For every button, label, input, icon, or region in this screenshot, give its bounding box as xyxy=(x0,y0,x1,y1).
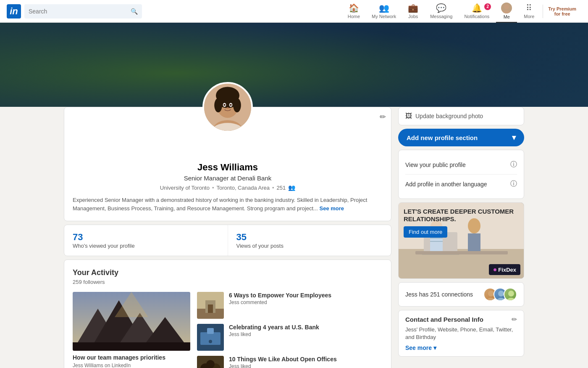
side-post-1-action: Jess commented xyxy=(229,299,331,305)
nav-item-notifications-label: Notifications xyxy=(464,14,489,19)
nav-item-messaging[interactable]: 💬 Messaging xyxy=(425,0,457,23)
ad-image: ● FixDex LET'S CREATE DEEPER CUSTOMER RE… xyxy=(399,203,524,278)
search-bar[interactable]: 🔍 xyxy=(24,4,142,19)
cover-photo xyxy=(0,23,588,107)
post-views-label: Views of your posts xyxy=(236,243,383,249)
connections-icon: 👥 xyxy=(288,184,295,191)
profile-meta: University of Toronto • Toronto, Canada … xyxy=(64,184,391,191)
notifications-icon: 🔔 xyxy=(472,3,482,13)
profile-edit-button[interactable]: ✏ xyxy=(380,112,386,122)
side-post-2-image xyxy=(197,324,224,351)
update-background-button[interactable]: 🖼 Update background photo xyxy=(398,107,524,125)
side-post-2[interactable]: Celebrating 4 years at U.S. Bank Jess li… xyxy=(197,324,383,351)
svg-rect-20 xyxy=(73,342,190,351)
connections-text: Jess has 251 connections xyxy=(405,291,473,298)
nav-item-me[interactable]: Me xyxy=(496,0,517,23)
side-post-1[interactable]: 6 Ways to Empower Your Employees Jess co… xyxy=(197,292,383,319)
activity-title: Your Activity xyxy=(73,268,383,277)
see-more-label: See more xyxy=(405,344,432,351)
nav-item-home[interactable]: 🏠 Home xyxy=(343,0,365,23)
contact-card: Contact and Personal Info ✏ Jess' Profil… xyxy=(398,310,524,357)
add-section-button[interactable]: Add new profile section ▾ xyxy=(398,129,524,146)
connections-card[interactable]: Jess has 251 connections xyxy=(398,282,524,307)
page-wrapper: ✏ Jess Williams Senior Manager at Denali… xyxy=(0,23,588,368)
ad-find-out-button[interactable]: Find out more xyxy=(404,226,447,238)
side-post-1-title: 6 Ways to Empower Your Employees xyxy=(229,292,331,299)
profile-avatar xyxy=(202,82,253,132)
profile-views-number: 73 xyxy=(73,232,219,243)
contact-edit-button[interactable]: ✏ xyxy=(512,315,517,323)
activity-posts: How our team manages priorities Jess Wil… xyxy=(73,292,383,368)
connection-avatar-3 xyxy=(504,288,517,301)
side-post-3-image xyxy=(197,356,224,368)
profile-card: ✏ Jess Williams Senior Manager at Denali… xyxy=(64,107,391,221)
ad-card: ● FixDex LET'S CREATE DEEPER CUSTOMER RE… xyxy=(398,202,524,279)
linkedin-logo[interactable]: in xyxy=(7,4,21,19)
svg-point-13 xyxy=(230,104,232,106)
nav-item-jobs[interactable]: 💼 Jobs xyxy=(403,0,423,23)
nav-item-notifications[interactable]: 🔔 2 Notifications xyxy=(459,0,494,23)
side-post-3-info: 10 Things We Like About Open Offices Jes… xyxy=(229,356,337,368)
navigation: in 🔍 🏠 Home 👥 My Network 💼 Jobs 💬 Messag… xyxy=(0,0,588,23)
svg-rect-43 xyxy=(415,251,508,254)
notifications-badge: 2 xyxy=(484,3,491,10)
add-language-label: Add profile in another language xyxy=(405,181,487,188)
avatar xyxy=(501,3,512,13)
profile-links-card: View your public profile ⓘ Add profile i… xyxy=(398,150,524,199)
svg-point-14 xyxy=(226,107,229,109)
home-icon: 🏠 xyxy=(349,3,359,13)
connections-avatars xyxy=(483,288,517,301)
profile-location: Toronto, Canada Area xyxy=(217,185,270,191)
featured-post[interactable]: How our team manages priorities Jess Wil… xyxy=(73,292,190,368)
cover-overlay xyxy=(0,23,588,107)
nav-item-more[interactable]: ⠿ More xyxy=(519,0,539,23)
help-icon-1: ⓘ xyxy=(510,160,517,169)
add-language-link[interactable]: Add profile in another language ⓘ xyxy=(405,174,517,193)
stat-profile-views[interactable]: 73 Who's viewed your profile xyxy=(64,225,228,256)
ad-logo: ● FixDex xyxy=(489,264,520,275)
nav-item-jobs-label: Jobs xyxy=(408,14,418,19)
activity-followers: 259 followers xyxy=(73,279,383,285)
see-more-section[interactable]: See more ▾ xyxy=(405,344,517,351)
camera-icon: 🖼 xyxy=(405,112,412,120)
grid-icon: ⠿ xyxy=(526,3,532,13)
contact-desc: Jess' Profile, Website, Phone, Email, Tw… xyxy=(405,326,517,341)
side-post-3[interactable]: 10 Things We Like About Open Offices Jes… xyxy=(197,356,383,368)
stat-post-views[interactable]: 35 Views of your posts xyxy=(228,225,391,256)
profile-views-label: Who's viewed your profile xyxy=(73,243,219,249)
profile-avatar-container xyxy=(202,82,253,132)
svg-point-12 xyxy=(223,104,226,106)
nav-items: 🏠 Home 👥 My Network 💼 Jobs 💬 Messaging 🔔… xyxy=(343,0,581,23)
svg-point-46 xyxy=(498,291,504,297)
svg-point-0 xyxy=(504,4,509,9)
chevron-down-icon-2: ▾ xyxy=(433,344,436,351)
contact-header: Contact and Personal Info ✏ xyxy=(405,315,517,323)
view-public-profile-label: View your public profile xyxy=(405,161,466,168)
profile-university: University of Toronto xyxy=(160,185,210,191)
side-post-3-title: 10 Things We Like About Open Offices xyxy=(229,356,337,363)
bio-see-more-link[interactable]: See more xyxy=(320,205,344,212)
ad-logo-dot: ● xyxy=(493,266,497,273)
view-public-profile-link[interactable]: View your public profile ⓘ xyxy=(405,155,517,174)
svg-rect-24 xyxy=(208,304,213,313)
main-column: ✏ Jess Williams Senior Manager at Denali… xyxy=(64,107,391,368)
ad-headline: LET'S CREATE DEEPER CUSTOMER RELATIONSHI… xyxy=(404,208,519,223)
featured-post-title: How our team manages priorities xyxy=(73,354,190,361)
premium-button[interactable]: Try Premium for free xyxy=(543,5,581,18)
messaging-icon: 💬 xyxy=(436,3,446,13)
svg-point-49 xyxy=(506,298,516,301)
search-input[interactable] xyxy=(29,8,129,15)
profile-name: Jess Williams xyxy=(64,162,391,173)
nav-item-messaging-label: Messaging xyxy=(430,14,452,19)
nav-item-me-label: Me xyxy=(504,14,510,19)
svg-point-48 xyxy=(508,291,514,297)
search-icon: 🔍 xyxy=(131,8,138,15)
meta-separator-2: • xyxy=(272,185,274,191)
svg-point-44 xyxy=(488,291,494,297)
post-views-number: 35 xyxy=(236,232,383,243)
side-post-2-action: Jess liked xyxy=(229,331,319,337)
side-post-1-image xyxy=(197,292,224,319)
add-section-label: Add new profile section xyxy=(407,134,478,141)
side-post-2-title: Celebrating 4 years at U.S. Bank xyxy=(229,324,319,331)
nav-item-my-network[interactable]: 👥 My Network xyxy=(367,0,401,23)
